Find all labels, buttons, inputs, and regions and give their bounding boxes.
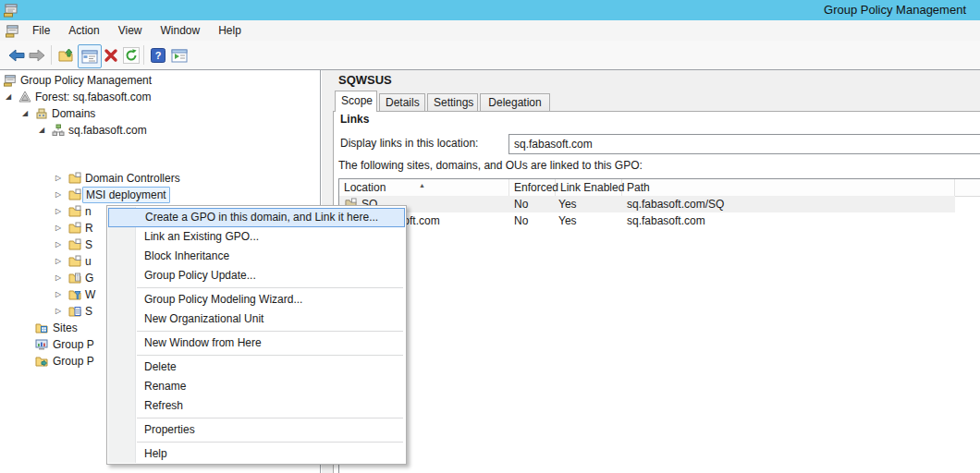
links-table: Location ▲ Enforced Link Enabled Path SQ… — [338, 178, 980, 473]
tree-item-label: Group Policy Management — [20, 72, 152, 89]
menu-separator — [137, 287, 403, 288]
menu-view[interactable]: View — [109, 20, 152, 41]
gpmc-window: Group Policy Management File Action View… — [0, 0, 980, 473]
console-icon — [4, 74, 17, 87]
expander-collapsed-icon[interactable]: ▷ — [55, 240, 61, 249]
tab-scope[interactable]: Scope — [335, 91, 377, 112]
cell-path: sq.fabasoft.com — [627, 212, 705, 229]
menu-item-delete[interactable]: Delete — [108, 358, 405, 377]
tree-item-msi-deployment[interactable]: ▷ MSI deployment — [0, 187, 320, 203]
window-title: Group Policy Management — [824, 3, 966, 17]
toolbar-separator — [143, 45, 144, 65]
tree-item-label: Domains — [52, 105, 95, 122]
menu-file[interactable]: File — [23, 20, 59, 41]
expander-collapsed-icon[interactable]: ▷ — [55, 190, 61, 200]
column-header-label: Path — [627, 181, 650, 194]
help-button[interactable]: ? — [147, 44, 169, 67]
tree-item-domains[interactable]: ◢ Domains — [0, 105, 320, 122]
column-header-enforced[interactable]: Enforced — [509, 179, 556, 196]
linked-gpo-text: The following sites, domains, and OUs ar… — [338, 159, 643, 172]
tree-item-label: Domain Controllers — [85, 170, 180, 187]
expander-collapsed-icon[interactable]: ▷ — [55, 307, 61, 316]
ou-folder-icon — [68, 238, 81, 251]
back-button[interactable] — [6, 44, 28, 67]
menu-item-link-existing-gpo[interactable]: Link an Existing GPO... — [108, 227, 405, 247]
forward-button[interactable] — [26, 44, 48, 67]
tree-item-forest[interactable]: ◢ Forest: sq.fabasoft.com — [0, 89, 320, 105]
menu-item-group-policy-update[interactable]: Group Policy Update... — [108, 266, 405, 285]
tree-item-label: R — [85, 220, 93, 236]
column-header-link-enabled[interactable]: Link Enabled — [556, 179, 622, 196]
modeling-icon — [35, 338, 48, 351]
links-heading: Links — [340, 113, 369, 126]
cell-path: sq.fabasoft.com/SQ — [627, 196, 724, 212]
toolbar-separator — [51, 45, 52, 65]
expander-collapsed-icon[interactable]: ▷ — [55, 273, 61, 283]
export-window-icon — [171, 49, 188, 63]
tab-settings[interactable]: Settings — [427, 93, 478, 111]
show-console-tree-button[interactable] — [78, 44, 102, 68]
tree-item-label: sq.fabasoft.com — [68, 122, 147, 139]
menu-item-refresh[interactable]: Refresh — [108, 396, 405, 416]
expander-collapsed-icon[interactable]: ▷ — [55, 290, 61, 299]
results-folder-icon — [35, 355, 48, 368]
tree-item-group-policy-management[interactable]: Group Policy Management — [0, 72, 320, 89]
new-window-button[interactable] — [168, 44, 190, 67]
ou-folder-icon — [68, 222, 81, 235]
domain-icon — [52, 124, 65, 137]
menu-action[interactable]: Action — [59, 20, 108, 41]
table-row-sq[interactable]: SQ No Yes sq.fabasoft.com/SQ — [339, 196, 955, 212]
expander-expanded-icon[interactable]: ◢ — [6, 92, 11, 102]
cell-link-enabled: Yes — [558, 196, 577, 212]
expander-expanded-icon[interactable]: ◢ — [39, 126, 44, 135]
column-header-label: Location — [344, 181, 386, 194]
column-header-label: Link Enabled — [560, 181, 624, 194]
delete-x-icon — [104, 48, 118, 63]
refresh-icon — [123, 47, 140, 64]
tree-item-label: S — [85, 303, 92, 320]
menu-item-block-inheritance[interactable]: Block Inheritance — [108, 247, 405, 266]
tree-item-domain-sq[interactable]: ◢ sq.fabasoft.com — [0, 122, 320, 139]
tree-item-label: u — [85, 253, 92, 270]
refresh-button[interactable] — [120, 44, 142, 67]
ou-folder-icon — [68, 172, 81, 185]
tree-item-label: n — [85, 203, 92, 220]
column-header-path[interactable]: Path — [622, 179, 955, 196]
menu-item-modeling-wizard[interactable]: Group Policy Modeling Wizard... — [108, 290, 405, 309]
gpmc-icon-small — [6, 24, 19, 38]
menu-separator — [137, 442, 403, 443]
delete-button[interactable] — [100, 44, 122, 67]
expander-collapsed-icon[interactable]: ▷ — [55, 257, 61, 266]
display-links-combobox[interactable]: sq.fabasoft.com — [508, 134, 980, 154]
expander-expanded-icon[interactable]: ◢ — [22, 109, 28, 118]
up-folder-icon — [58, 48, 75, 63]
menu-window[interactable]: Window — [152, 20, 210, 41]
column-header-location[interactable]: Location ▲ — [339, 179, 509, 196]
menu-separator — [137, 331, 403, 332]
wmi-folder-icon — [68, 288, 81, 301]
table-row-domain[interactable]: sq.fabasoft.com No Yes sq.fabasoft.com — [339, 212, 955, 229]
menu-item-create-gpo-link-here[interactable]: Create a GPO in this domain, and Link it… — [108, 208, 405, 227]
expander-collapsed-icon[interactable]: ▷ — [55, 174, 61, 183]
up-one-level-button[interactable] — [55, 44, 78, 67]
tree-spacer — [0, 139, 320, 170]
ou-folder-icon — [68, 255, 81, 268]
tree-item-label: Group P — [53, 353, 94, 370]
starter-folder-icon — [68, 305, 81, 318]
cell-enforced: No — [514, 212, 528, 229]
cell-link-enabled: Yes — [558, 212, 577, 229]
menu-separator — [137, 418, 403, 418]
tab-details[interactable]: Details — [379, 93, 425, 111]
menu-item-properties[interactable]: Properties — [108, 420, 405, 440]
tree-item-label: G — [85, 270, 93, 286]
menu-help[interactable]: Help — [209, 20, 251, 41]
tab-delegation[interactable]: Delegation — [480, 93, 550, 111]
domains-icon — [35, 107, 48, 120]
expander-collapsed-icon[interactable]: ▷ — [55, 207, 61, 216]
tree-item-domain-controllers[interactable]: ▷ Domain Controllers — [0, 170, 320, 187]
menu-item-new-organizational-unit[interactable]: New Organizational Unit — [108, 309, 405, 329]
expander-collapsed-icon[interactable]: ▷ — [55, 224, 61, 233]
menu-item-new-window-from-here[interactable]: New Window from Here — [108, 334, 405, 353]
menu-item-help[interactable]: Help — [108, 444, 405, 464]
menu-item-rename[interactable]: Rename — [108, 377, 405, 396]
